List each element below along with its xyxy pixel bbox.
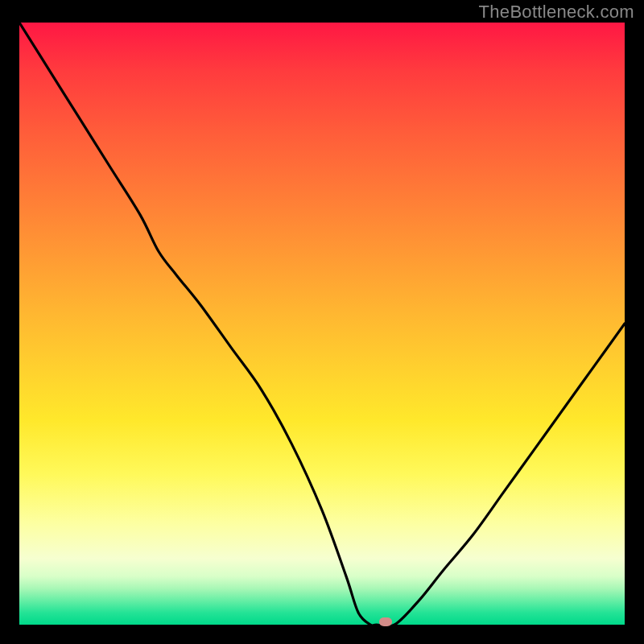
chart-frame: TheBottleneck.com <box>0 0 644 644</box>
bottleneck-curve <box>19 23 625 625</box>
watermark-text: TheBottleneck.com <box>479 2 634 23</box>
plot-area <box>19 23 625 625</box>
optimal-point-marker <box>379 617 392 626</box>
